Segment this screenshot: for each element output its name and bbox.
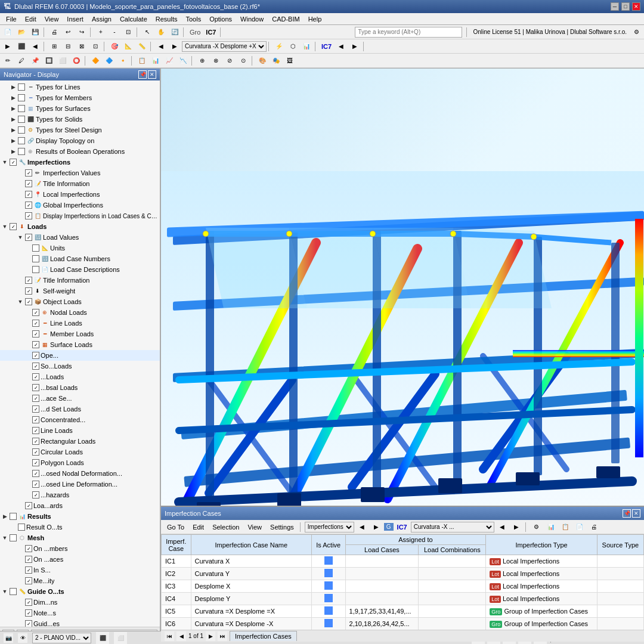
nav-item-results[interactable]: ▶ 📊 Results [0,511,160,522]
nav-item-types-members[interactable]: ▶ ━ Types for Members [0,92,160,103]
nav-item-title-info2[interactable]: 📝 Title Information [0,275,160,286]
checkbox-loads[interactable] [10,223,17,230]
table-row[interactable]: IC6 2,10,18,26,34,42,5... Gro Group of I… [162,618,644,630]
tb3-snap2[interactable]: ⊗ [209,55,222,67]
checkbox[interactable] [25,545,32,552]
new-button[interactable]: 📄 [1,26,14,38]
checkbox-types-solids[interactable] [18,116,25,123]
checkbox-types-lines[interactable] [18,83,25,91]
panel-tb-btn4[interactable]: 📄 [573,521,586,533]
page-next-btn[interactable]: ▶ [206,631,215,641]
menu-file[interactable]: File [2,14,20,24]
panel-next-btn[interactable]: ▶ [370,521,383,533]
checkbox[interactable] [32,395,39,402]
rotate-button[interactable]: 🔄 [168,26,181,38]
nav-item-loa-ards[interactable]: Loa...ards [0,500,160,511]
tb3-btn10[interactable]: 📋 [135,55,148,67]
checkbox-types-members[interactable] [18,94,25,101]
nav-item-on-faces[interactable]: On ...aces [0,554,160,565]
case-name-input[interactable] [195,608,302,615]
panel-tb-btn3[interactable]: 📋 [559,521,572,533]
tb2-btn4[interactable]: ⊞ [48,41,61,52]
window-controls[interactable]: ─ □ ✕ [611,2,640,11]
status-btn4[interactable]: ⬜ [114,632,127,644]
tb2-curvatura-prev[interactable]: ◀ [154,41,168,52]
checkbox[interactable] [25,234,32,241]
checkbox[interactable] [25,191,32,198]
page-last-btn[interactable]: ⏭ [218,631,227,641]
nav-item-open[interactable]: Ope... [0,350,160,361]
tb3-snap1[interactable]: ⊕ [196,55,209,67]
panel-menu-edit[interactable]: Edit [189,522,208,532]
panel-ic-prev[interactable]: ◀ [496,521,509,533]
nav-item-circ-loads[interactable]: Circular Loads [0,447,160,457]
panel-active-btn[interactable]: G [384,523,394,531]
panel-tb-btn5[interactable]: 🖨 [587,521,600,533]
status-btn3[interactable]: ⬛ [96,632,109,644]
tb2-btn6[interactable]: ⊠ [75,41,88,52]
checkbox-topology[interactable] [18,137,25,144]
save-button[interactable]: 💾 [29,26,42,38]
active-checkbox[interactable] [324,581,333,590]
nav-item-concentrated[interactable]: Concentrated... [0,414,160,425]
checkbox[interactable] [25,599,32,606]
panel-menu-settings[interactable]: Settings [267,522,298,532]
menu-help[interactable]: Help [305,14,326,24]
checkbox[interactable] [32,481,39,488]
tb3-btn7[interactable]: 🔶 [89,55,102,67]
tb2-result-btn[interactable]: 📊 [300,41,313,52]
tb3-btn4[interactable]: 🔲 [42,55,55,67]
tb2-load-btn[interactable]: ⚡ [273,41,286,52]
nav-item-types-surfaces[interactable]: ▶ ▦ Types for Surfaces [0,103,160,114]
nav-item-loads[interactable]: ▼ ⬇ Loads [0,221,160,232]
nav-item-lc-desc[interactable]: 📄 Load Case Descriptions [0,264,160,275]
tb3-btn1[interactable]: ✏ [1,55,14,67]
checkbox[interactable] [25,502,32,509]
panel-close-button[interactable]: ✕ [632,509,640,518]
nav-item-bsal-loads[interactable]: ...bsal Loads [0,382,160,393]
menu-insert[interactable]: Insert [63,14,87,24]
status-btn2[interactable]: 👁 [18,633,27,643]
tb2-btn2[interactable]: ⬛ [15,41,28,52]
panel-tb-btn1[interactable]: ⚙ [530,521,543,533]
nav-item-lc-numbers[interactable]: 🔢 Load Case Numbers [0,253,160,264]
checkbox[interactable] [32,384,39,391]
nav-item-load-values[interactable]: ▼ 🔢 Load Values [0,232,160,243]
checkbox[interactable] [10,588,17,595]
tb3-render3[interactable]: 🖼 [283,55,296,67]
active-checkbox[interactable] [324,594,333,602]
zoom-out-button[interactable]: - [108,26,121,38]
tb2-btn10[interactable]: 📏 [135,41,148,52]
case-name-input[interactable] [195,558,302,565]
table-row[interactable]: IC5 1,9,17,25,33,41,49,... Gro Group of … [162,605,644,618]
checkbox[interactable] [32,373,39,380]
checkbox[interactable] [25,577,32,584]
tb3-btn6[interactable]: ⭕ [70,55,83,67]
menu-cadbim[interactable]: CAD-BIM [268,14,303,24]
nav-item-object-loads[interactable]: ▼ 📦 Object Loads [0,296,160,307]
nav-item-in-s[interactable]: In S... [0,565,160,575]
redo-button[interactable]: ↪ [75,26,88,38]
checkbox[interactable] [32,341,39,348]
nav-item-title-info[interactable]: 📝 Title Information [0,178,160,189]
close-button[interactable]: ✕ [632,2,640,11]
checkbox[interactable] [32,438,39,445]
panel-tab[interactable]: Imperfection Cases [230,631,297,641]
checkbox-types-steel[interactable] [18,126,25,134]
tb3-btn2[interactable]: 🖊 [15,55,28,67]
nav-item-so-loads[interactable]: So...Loads [0,361,160,371]
tb3-snap4[interactable]: ⊙ [237,55,250,67]
panel-nav-select[interactable]: Imperfections [305,522,354,532]
nav-item-rect-loads[interactable]: Rectangular Loads [0,436,160,447]
nav-item-imperfections[interactable]: ▼ 🔧 Imperfections [0,157,160,168]
checkbox[interactable] [25,609,32,617]
checkbox[interactable] [32,244,39,252]
checkbox[interactable] [10,513,17,520]
checkbox[interactable] [32,255,39,262]
checkbox[interactable] [32,427,39,434]
nav-item-result-objects[interactable]: Result O...ts [0,522,160,532]
nav-close-button[interactable]: ✕ [148,70,156,79]
nav-item-units[interactable]: 📐 Units [0,243,160,253]
fit-button[interactable]: ⊡ [122,26,135,38]
checkbox[interactable] [32,266,39,273]
